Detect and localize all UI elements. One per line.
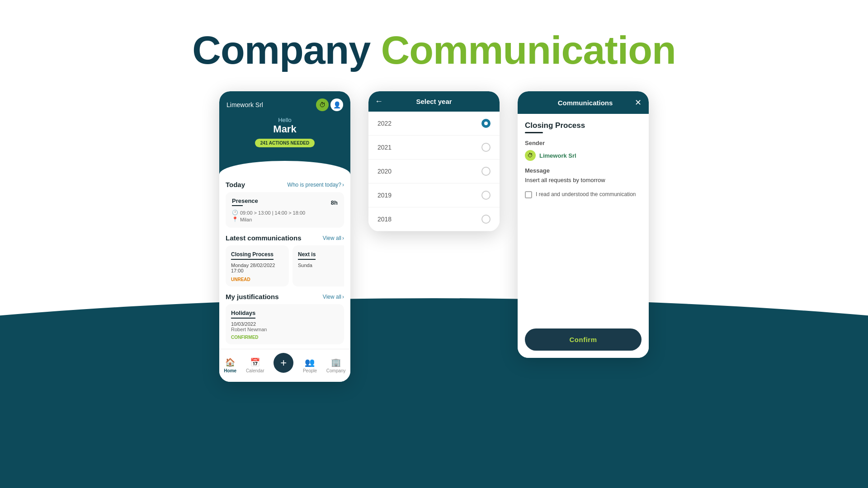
radio-2018[interactable] — [481, 215, 491, 224]
just-card-1[interactable]: Holidays 10/03/2022 Robert Newman CONFIR… — [226, 304, 344, 344]
year-2021: 2021 — [377, 144, 392, 151]
latest-comms-label: Latest communications — [226, 234, 302, 242]
radio-2022[interactable] — [481, 119, 491, 128]
year-2018: 2018 — [377, 216, 392, 223]
page-title: Company Communication — [0, 0, 868, 73]
view-all-comms[interactable]: View all › — [323, 235, 344, 241]
screen-communications: Communications ✕ Closing Process Sender … — [518, 91, 649, 358]
year-item-2020[interactable]: 2020 — [368, 160, 500, 183]
just-section-header: My justifications View all › — [226, 293, 344, 300]
comms-screen-title: Communications — [536, 99, 635, 107]
comm1-title: Closing Process — [231, 251, 274, 260]
checkbox-label: I read and understood the communication — [536, 191, 636, 198]
unread-badge: UNREAD — [231, 277, 283, 282]
year-item-2018[interactable]: 2018 — [368, 207, 500, 231]
presence-location: 📍 Milan — [232, 216, 338, 222]
presence-title: Presence — [232, 197, 258, 204]
year-2020: 2020 — [377, 168, 392, 175]
company-name: Limework Srl — [226, 101, 263, 108]
people-icon: 👥 — [305, 357, 315, 367]
sender-label: Sender — [525, 140, 642, 146]
radio-2021[interactable] — [481, 143, 491, 152]
actions-badge[interactable]: 241 ACTIONS NEEDED — [255, 139, 315, 147]
calendar-icon: 📅 — [250, 357, 260, 367]
header-icons: ⏱ 👤 — [316, 99, 343, 111]
hello-text: Hello — [226, 117, 343, 123]
presence-time: 🕐 09:00 > 13:00 | 14:00 > 18:00 — [232, 210, 338, 216]
nav-people[interactable]: 👥 People — [303, 357, 317, 373]
sender-row: ⏱ Limework Srl — [525, 150, 642, 161]
screen-home: Limework Srl ⏱ 👤 Hello Mark 241 ACTIONS … — [219, 91, 350, 382]
nav-company[interactable]: 🏢 Company — [326, 357, 346, 373]
comms-section-header: Latest communications View all › — [226, 234, 344, 242]
radio-2020[interactable] — [481, 167, 491, 176]
presence-card: Presence 8h 🕐 09:00 > 13:00 | 14:00 > 18… — [226, 192, 344, 228]
comms-body: Closing Process Sender ⏱ Limework Srl Me… — [518, 114, 649, 358]
company-icon: 🏢 — [331, 357, 341, 367]
year-item-2022[interactable]: 2022 — [368, 112, 500, 136]
comm2-date: Sunda — [298, 263, 344, 268]
nav-home[interactable]: 🏠 Home — [224, 357, 236, 373]
comm2-title: Next is — [298, 251, 316, 260]
presence-card-row: Presence 8h — [232, 197, 338, 208]
add-button[interactable]: + — [274, 353, 293, 373]
checkbox-row: I read and understood the communication — [525, 191, 642, 198]
just1-date: 10/03/2022 — [231, 321, 339, 327]
wave-divider — [219, 165, 350, 174]
closing-process-title: Closing Process — [525, 121, 642, 130]
year-header: ← Select year — [368, 91, 500, 112]
who-present-link[interactable]: Who is present today? › — [288, 182, 344, 188]
just1-title: Holidays — [231, 310, 255, 319]
view-all-just[interactable]: View all › — [323, 294, 344, 300]
year-item-2019[interactable]: 2019 — [368, 183, 500, 207]
just1-person: Robert Newman — [231, 327, 339, 332]
year-title: Select year — [416, 98, 452, 105]
message-label: Message — [525, 167, 642, 174]
comm-card-1[interactable]: Closing Process Monday 28/02/2022 17:00 … — [226, 245, 289, 286]
understood-checkbox[interactable] — [525, 191, 532, 198]
user-name: Mark — [226, 123, 343, 135]
just1-status: CONFIRMED — [231, 335, 339, 340]
home-body: Today Who is present today? › Presence 8… — [219, 181, 350, 349]
title-underline — [525, 132, 543, 133]
today-section-header: Today Who is present today? › — [226, 181, 344, 188]
sender-logo: ⏱ — [525, 150, 536, 161]
year-list: 2022 2021 2020 2019 2018 — [368, 112, 500, 231]
message-text: Insert all requests by tomorrow — [525, 177, 642, 183]
bottom-nav: 🏠 Home 📅 Calendar + 👥 People 🏢 Company — [219, 349, 350, 382]
presence-underline — [232, 205, 243, 206]
sender-name: Limework Srl — [539, 152, 576, 159]
presence-hours: 8h — [331, 199, 338, 206]
home-header: Limework Srl ⏱ 👤 Hello Mark 241 ACTIONS … — [219, 91, 350, 165]
year-2019: 2019 — [377, 192, 392, 199]
timer-icon: ⏱ — [316, 99, 329, 111]
comms-header: Communications ✕ — [518, 91, 649, 114]
today-label: Today — [226, 181, 245, 188]
close-button[interactable]: ✕ — [635, 98, 642, 108]
comms-cards: Closing Process Monday 28/02/2022 17:00 … — [226, 245, 344, 286]
home-header-top: Limework Srl ⏱ 👤 — [226, 99, 343, 111]
avatar-icon: 👤 — [330, 99, 343, 111]
year-2022: 2022 — [377, 120, 392, 127]
title-company: Company — [192, 28, 370, 72]
home-icon: 🏠 — [225, 357, 235, 367]
back-button[interactable]: ← — [375, 97, 383, 106]
comm1-date: Monday 28/02/2022 17:00 — [231, 263, 283, 273]
confirm-button[interactable]: Confirm — [525, 328, 642, 351]
year-item-2021[interactable]: 2021 — [368, 136, 500, 160]
screen-select-year: ← Select year 2022 2021 2020 2019 — [368, 91, 500, 231]
screens-container: Limework Srl ⏱ 👤 Hello Mark 241 ACTIONS … — [0, 91, 868, 382]
comm-card-2[interactable]: Next is Sunda — [292, 245, 344, 286]
title-communication: Communication — [381, 28, 676, 72]
my-just-label: My justifications — [226, 293, 279, 300]
radio-2019[interactable] — [481, 191, 491, 200]
nav-calendar[interactable]: 📅 Calendar — [246, 357, 264, 373]
